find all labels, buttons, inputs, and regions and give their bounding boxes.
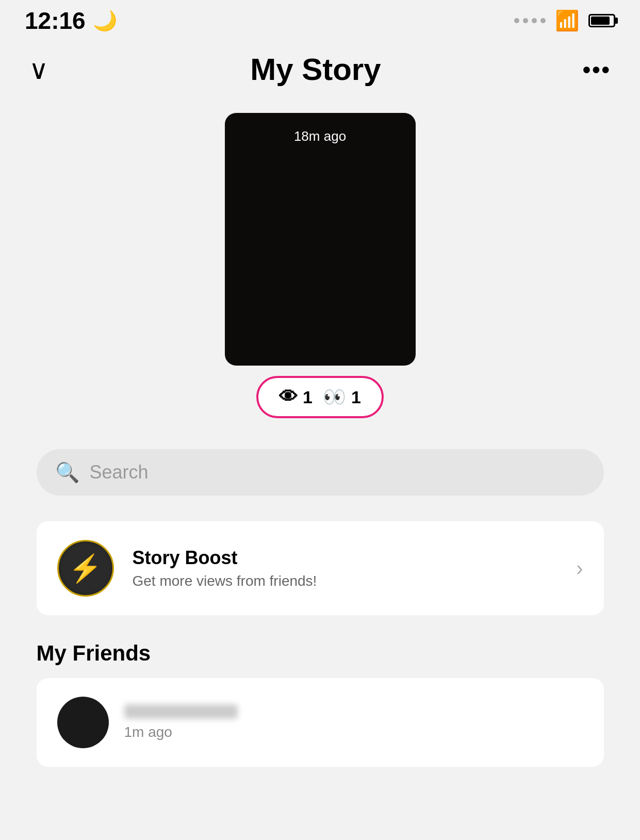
time-display: 12:16 [25,7,86,35]
eye-icon: 👁 [279,386,298,408]
battery-icon [588,14,615,27]
signal-dot-2 [523,18,528,23]
eyes-count-item: 👀 1 [323,386,361,408]
status-icons: 📶 [514,9,615,32]
story-timestamp: 18m ago [294,128,346,144]
search-icon: 🔍 [55,461,79,484]
boost-title: Story Boost [133,547,558,569]
search-container: 🔍 Search [37,449,604,496]
boost-icon-wrap: ⚡ [57,540,114,597]
signal-dots [514,18,546,23]
battery-fill [591,17,610,25]
moon-icon: 🌙 [93,9,117,32]
search-bar[interactable]: 🔍 Search [37,449,604,496]
page-title: My Story [250,52,381,87]
main-content: 18m ago 👁 1 👀 1 🔍 Search ⚡ Story Boost G… [0,103,640,767]
status-bar: 12:16 🌙 📶 [0,0,640,41]
view-count-item: 👁 1 [279,386,313,408]
header: ∨ My Story ••• [0,41,640,103]
search-placeholder: Search [90,462,149,483]
boost-text: Story Boost Get more views from friends! [133,547,558,589]
friend-time: 1m ago [124,724,583,740]
signal-dot-4 [540,18,546,23]
friend-avatar [57,697,109,748]
wifi-icon: 📶 [555,9,579,32]
boost-card[interactable]: ⚡ Story Boost Get more views from friend… [37,521,604,615]
view-count: 1 [303,387,313,407]
boost-subtitle: Get more views from friends! [133,573,558,589]
story-card-container: 18m ago 👁 1 👀 1 [225,113,416,418]
more-options-button[interactable]: ••• [583,57,611,83]
friend-card[interactable]: 1m ago [37,678,604,767]
stats-badge[interactable]: 👁 1 👀 1 [256,376,384,418]
back-button[interactable]: ∨ [29,56,48,83]
boost-chevron-icon: › [576,557,583,580]
friend-info: 1m ago [124,704,583,740]
lightning-icon: ⚡ [69,553,102,584]
friends-section: My Friends 1m ago [37,641,604,767]
status-time: 12:16 🌙 [25,7,117,35]
eyes-emoji-icon: 👀 [323,386,346,408]
friends-title: My Friends [37,641,604,666]
eyes-count: 1 [351,387,361,407]
friend-name-blurred [124,704,238,719]
signal-dot-1 [514,18,519,23]
signal-dot-3 [532,18,537,23]
story-card[interactable]: 18m ago [225,113,416,366]
